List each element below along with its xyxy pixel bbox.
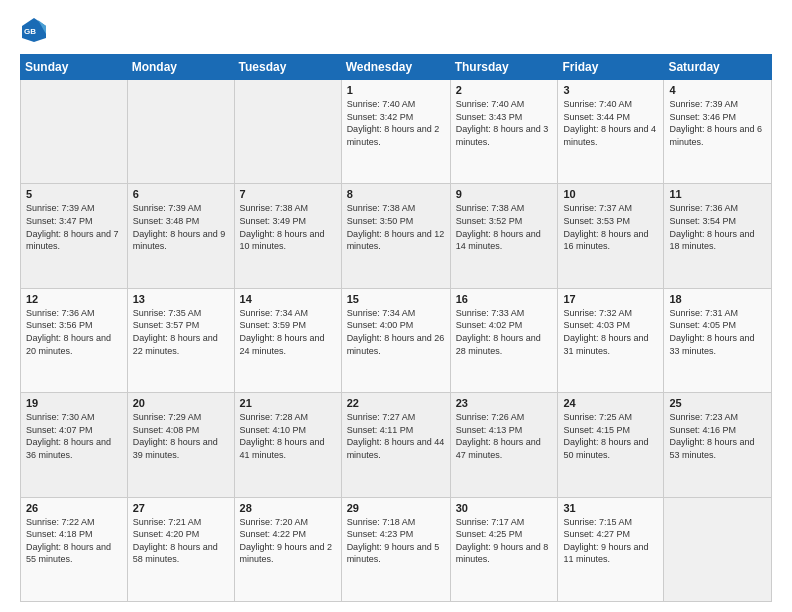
day-info: Sunrise: 7:34 AM Sunset: 3:59 PM Dayligh… <box>240 307 336 357</box>
calendar-cell: 21Sunrise: 7:28 AM Sunset: 4:10 PM Dayli… <box>234 393 341 497</box>
calendar-day-header: Tuesday <box>234 55 341 80</box>
day-info: Sunrise: 7:22 AM Sunset: 4:18 PM Dayligh… <box>26 516 122 566</box>
calendar-cell: 16Sunrise: 7:33 AM Sunset: 4:02 PM Dayli… <box>450 288 558 392</box>
day-info: Sunrise: 7:20 AM Sunset: 4:22 PM Dayligh… <box>240 516 336 566</box>
calendar-cell: 28Sunrise: 7:20 AM Sunset: 4:22 PM Dayli… <box>234 497 341 601</box>
day-number: 10 <box>563 188 658 200</box>
day-number: 13 <box>133 293 229 305</box>
day-info: Sunrise: 7:34 AM Sunset: 4:00 PM Dayligh… <box>347 307 445 357</box>
day-number: 27 <box>133 502 229 514</box>
day-number: 29 <box>347 502 445 514</box>
calendar-day-header: Monday <box>127 55 234 80</box>
day-number: 14 <box>240 293 336 305</box>
calendar-cell: 1Sunrise: 7:40 AM Sunset: 3:42 PM Daylig… <box>341 80 450 184</box>
day-info: Sunrise: 7:33 AM Sunset: 4:02 PM Dayligh… <box>456 307 553 357</box>
header: GB <box>20 16 772 44</box>
day-number: 12 <box>26 293 122 305</box>
day-info: Sunrise: 7:31 AM Sunset: 4:05 PM Dayligh… <box>669 307 766 357</box>
day-number: 8 <box>347 188 445 200</box>
day-number: 20 <box>133 397 229 409</box>
day-number: 5 <box>26 188 122 200</box>
day-number: 30 <box>456 502 553 514</box>
calendar-cell: 25Sunrise: 7:23 AM Sunset: 4:16 PM Dayli… <box>664 393 772 497</box>
calendar-cell: 22Sunrise: 7:27 AM Sunset: 4:11 PM Dayli… <box>341 393 450 497</box>
day-info: Sunrise: 7:27 AM Sunset: 4:11 PM Dayligh… <box>347 411 445 461</box>
calendar-cell: 9Sunrise: 7:38 AM Sunset: 3:52 PM Daylig… <box>450 184 558 288</box>
logo-icon: GB <box>20 16 48 44</box>
day-info: Sunrise: 7:39 AM Sunset: 3:47 PM Dayligh… <box>26 202 122 252</box>
calendar-cell: 30Sunrise: 7:17 AM Sunset: 4:25 PM Dayli… <box>450 497 558 601</box>
calendar-cell: 12Sunrise: 7:36 AM Sunset: 3:56 PM Dayli… <box>21 288 128 392</box>
calendar-cell: 13Sunrise: 7:35 AM Sunset: 3:57 PM Dayli… <box>127 288 234 392</box>
day-info: Sunrise: 7:25 AM Sunset: 4:15 PM Dayligh… <box>563 411 658 461</box>
calendar-cell: 17Sunrise: 7:32 AM Sunset: 4:03 PM Dayli… <box>558 288 664 392</box>
day-info: Sunrise: 7:38 AM Sunset: 3:52 PM Dayligh… <box>456 202 553 252</box>
calendar-cell: 24Sunrise: 7:25 AM Sunset: 4:15 PM Dayli… <box>558 393 664 497</box>
day-number: 4 <box>669 84 766 96</box>
logo: GB <box>20 16 52 44</box>
calendar-cell: 18Sunrise: 7:31 AM Sunset: 4:05 PM Dayli… <box>664 288 772 392</box>
calendar-cell <box>127 80 234 184</box>
calendar-cell: 20Sunrise: 7:29 AM Sunset: 4:08 PM Dayli… <box>127 393 234 497</box>
calendar-day-header: Friday <box>558 55 664 80</box>
day-number: 21 <box>240 397 336 409</box>
day-info: Sunrise: 7:38 AM Sunset: 3:49 PM Dayligh… <box>240 202 336 252</box>
day-info: Sunrise: 7:21 AM Sunset: 4:20 PM Dayligh… <box>133 516 229 566</box>
calendar-cell: 5Sunrise: 7:39 AM Sunset: 3:47 PM Daylig… <box>21 184 128 288</box>
day-number: 7 <box>240 188 336 200</box>
page: GB SundayMondayTuesdayWednesdayThursdayF… <box>0 0 792 612</box>
calendar-cell: 15Sunrise: 7:34 AM Sunset: 4:00 PM Dayli… <box>341 288 450 392</box>
day-info: Sunrise: 7:35 AM Sunset: 3:57 PM Dayligh… <box>133 307 229 357</box>
calendar-cell: 3Sunrise: 7:40 AM Sunset: 3:44 PM Daylig… <box>558 80 664 184</box>
day-number: 28 <box>240 502 336 514</box>
day-info: Sunrise: 7:15 AM Sunset: 4:27 PM Dayligh… <box>563 516 658 566</box>
calendar-day-header: Wednesday <box>341 55 450 80</box>
calendar-week-row: 12Sunrise: 7:36 AM Sunset: 3:56 PM Dayli… <box>21 288 772 392</box>
day-number: 22 <box>347 397 445 409</box>
day-number: 1 <box>347 84 445 96</box>
calendar-cell <box>234 80 341 184</box>
day-number: 3 <box>563 84 658 96</box>
day-number: 6 <box>133 188 229 200</box>
day-number: 26 <box>26 502 122 514</box>
calendar-cell: 10Sunrise: 7:37 AM Sunset: 3:53 PM Dayli… <box>558 184 664 288</box>
day-info: Sunrise: 7:23 AM Sunset: 4:16 PM Dayligh… <box>669 411 766 461</box>
day-info: Sunrise: 7:18 AM Sunset: 4:23 PM Dayligh… <box>347 516 445 566</box>
day-number: 25 <box>669 397 766 409</box>
day-number: 16 <box>456 293 553 305</box>
day-number: 19 <box>26 397 122 409</box>
day-info: Sunrise: 7:36 AM Sunset: 3:54 PM Dayligh… <box>669 202 766 252</box>
calendar-day-header: Saturday <box>664 55 772 80</box>
day-info: Sunrise: 7:17 AM Sunset: 4:25 PM Dayligh… <box>456 516 553 566</box>
calendar-day-header: Sunday <box>21 55 128 80</box>
day-info: Sunrise: 7:32 AM Sunset: 4:03 PM Dayligh… <box>563 307 658 357</box>
day-info: Sunrise: 7:40 AM Sunset: 3:42 PM Dayligh… <box>347 98 445 148</box>
day-number: 11 <box>669 188 766 200</box>
calendar-week-row: 1Sunrise: 7:40 AM Sunset: 3:42 PM Daylig… <box>21 80 772 184</box>
day-number: 2 <box>456 84 553 96</box>
calendar-cell <box>664 497 772 601</box>
calendar-cell: 11Sunrise: 7:36 AM Sunset: 3:54 PM Dayli… <box>664 184 772 288</box>
day-number: 18 <box>669 293 766 305</box>
day-info: Sunrise: 7:28 AM Sunset: 4:10 PM Dayligh… <box>240 411 336 461</box>
day-number: 15 <box>347 293 445 305</box>
calendar-cell: 8Sunrise: 7:38 AM Sunset: 3:50 PM Daylig… <box>341 184 450 288</box>
day-info: Sunrise: 7:29 AM Sunset: 4:08 PM Dayligh… <box>133 411 229 461</box>
day-info: Sunrise: 7:37 AM Sunset: 3:53 PM Dayligh… <box>563 202 658 252</box>
svg-text:GB: GB <box>24 27 36 36</box>
calendar-cell: 14Sunrise: 7:34 AM Sunset: 3:59 PM Dayli… <box>234 288 341 392</box>
day-info: Sunrise: 7:38 AM Sunset: 3:50 PM Dayligh… <box>347 202 445 252</box>
day-number: 31 <box>563 502 658 514</box>
calendar: SundayMondayTuesdayWednesdayThursdayFrid… <box>20 54 772 602</box>
calendar-cell <box>21 80 128 184</box>
day-info: Sunrise: 7:39 AM Sunset: 3:46 PM Dayligh… <box>669 98 766 148</box>
calendar-cell: 27Sunrise: 7:21 AM Sunset: 4:20 PM Dayli… <box>127 497 234 601</box>
calendar-cell: 29Sunrise: 7:18 AM Sunset: 4:23 PM Dayli… <box>341 497 450 601</box>
calendar-cell: 31Sunrise: 7:15 AM Sunset: 4:27 PM Dayli… <box>558 497 664 601</box>
day-info: Sunrise: 7:36 AM Sunset: 3:56 PM Dayligh… <box>26 307 122 357</box>
calendar-week-row: 26Sunrise: 7:22 AM Sunset: 4:18 PM Dayli… <box>21 497 772 601</box>
calendar-cell: 7Sunrise: 7:38 AM Sunset: 3:49 PM Daylig… <box>234 184 341 288</box>
calendar-week-row: 5Sunrise: 7:39 AM Sunset: 3:47 PM Daylig… <box>21 184 772 288</box>
day-info: Sunrise: 7:40 AM Sunset: 3:44 PM Dayligh… <box>563 98 658 148</box>
calendar-cell: 6Sunrise: 7:39 AM Sunset: 3:48 PM Daylig… <box>127 184 234 288</box>
